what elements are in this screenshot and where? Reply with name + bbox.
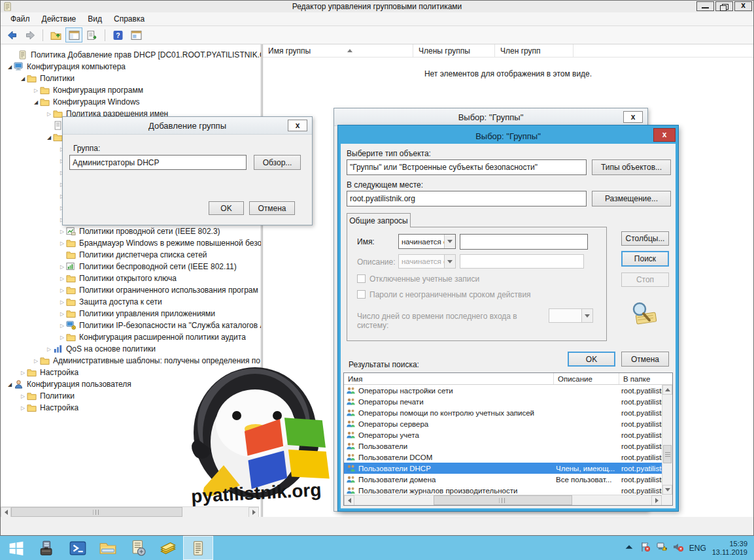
results-column-description[interactable]: Описание [554, 373, 619, 384]
result-row[interactable]: Операторы настройки сетиroot.pyatilistn [344, 385, 662, 396]
scroll-right-icon[interactable] [248, 507, 259, 517]
results-vertical-scrollbar[interactable] [662, 385, 672, 495]
ok-button[interactable]: OK [209, 201, 244, 215]
tree-item-конфигурация[interactable]: ◢Конфигурация Windows [1, 96, 261, 108]
name-value-input[interactable] [460, 234, 588, 250]
columns-button[interactable]: Столбцы... [621, 231, 669, 246]
menu-действие[interactable]: Действие [36, 13, 82, 25]
tree-item-брандмауэр[interactable]: ▷Брандмауэр Windows в режиме повышенной … [1, 237, 261, 249]
location-button[interactable]: Размещение... [592, 191, 671, 206]
server-manager-icon[interactable] [33, 536, 63, 560]
result-row[interactable]: Операторы сервераroot.pyatilistn [344, 418, 662, 429]
tree-horizontal-scrollbar[interactable] [1, 506, 259, 517]
menu-вид[interactable]: Вид [82, 13, 108, 25]
results-column-name[interactable]: Имя [344, 373, 554, 384]
tree-item-политики[interactable]: ▷Политики открытого ключа [1, 272, 261, 284]
column-header-member-of[interactable]: Член групп [495, 44, 574, 57]
group-policy-management-icon[interactable] [123, 536, 153, 560]
expander-collapsed-icon[interactable]: ▷ [58, 323, 66, 329]
up-one-level-icon[interactable] [47, 27, 64, 42]
start-button[interactable] [0, 536, 33, 560]
expander-expanded-icon[interactable]: ◢ [45, 135, 53, 140]
tree-item-политики[interactable]: ▷Политики ограниченного использования пр… [1, 284, 261, 296]
scroll-left-icon[interactable] [1, 507, 11, 517]
scrollbar-thumb[interactable] [434, 495, 572, 505]
cancel-button[interactable]: Отмена [621, 352, 669, 367]
menu-файл[interactable]: Файл [5, 13, 36, 25]
tree-item-политики[interactable]: ▷Политики [1, 390, 261, 402]
expander-collapsed-icon[interactable]: ▷ [58, 276, 66, 282]
expander-collapsed-icon[interactable]: ▷ [32, 88, 40, 93]
help-icon[interactable]: ? [109, 27, 126, 42]
results-column-folder[interactable]: В папке [619, 373, 672, 384]
menu-справка[interactable]: Справка [108, 13, 150, 25]
back-icon[interactable] [3, 27, 20, 42]
tree-item-политики[interactable]: ▷Политики управления приложениями [1, 308, 261, 320]
expander-collapsed-icon[interactable]: ▷ [58, 240, 66, 246]
stop-button[interactable]: Стоп [621, 272, 669, 287]
result-row[interactable]: Пользователи DCOMroot.pyatilistn [344, 452, 662, 463]
file-explorer-icon[interactable] [93, 536, 123, 560]
tree-item-политики[interactable]: ▷Политики IP-безопасности на "Служба кат… [1, 320, 261, 331]
scrollbar-thumb[interactable] [11, 507, 182, 517]
expander-collapsed-icon[interactable]: ▷ [58, 264, 66, 270]
powershell-icon[interactable] [63, 536, 93, 560]
expander-collapsed-icon[interactable]: ▷ [58, 288, 66, 293]
group-name-input[interactable]: Администраторы DHCP [69, 155, 247, 170]
tree-item-конфигурация[interactable]: ◢Конфигурация компьютера [1, 61, 261, 73]
object-types-button[interactable]: Типы объектов... [592, 159, 671, 175]
forward-icon[interactable] [22, 27, 39, 42]
export-list-icon[interactable] [84, 27, 101, 42]
tree-item-qos[interactable]: ▷QoS на основе политики [1, 343, 261, 355]
scrollbar-thumb[interactable] [663, 445, 672, 463]
properties-icon[interactable] [128, 27, 145, 42]
expander-expanded-icon[interactable]: ◢ [6, 382, 14, 387]
tab-common-queries[interactable]: Общие запросы [347, 213, 411, 227]
close-button[interactable] [734, 1, 752, 11]
tree-item-конфигурация[interactable]: ▷Конфигурация расширенной политики аудит… [1, 331, 261, 343]
close-icon[interactable]: x [623, 111, 643, 123]
tree-item-политики[interactable]: ◢Политики [1, 73, 261, 84]
show-console-tree-icon[interactable] [65, 27, 82, 42]
expander-expanded-icon[interactable]: ◢ [32, 99, 40, 105]
gp-editor-icon[interactable] [183, 536, 213, 560]
close-icon[interactable]: x [288, 120, 307, 131]
network-status-icon[interactable] [657, 542, 667, 554]
cancel-button[interactable]: Отмена [249, 201, 295, 215]
expander-collapsed-icon[interactable]: ▷ [58, 299, 66, 305]
expander-expanded-icon[interactable]: ◢ [19, 76, 27, 82]
tree-item-политики[interactable]: Политики диспетчера списка сетей [1, 249, 261, 261]
result-row[interactable]: Операторы помощи по контролю учетных зап… [344, 407, 662, 418]
expander-expanded-icon[interactable]: ◢ [6, 64, 14, 70]
expander-collapsed-icon[interactable]: ▷ [45, 346, 53, 352]
tree-item-настройка[interactable]: ▷Настройка [1, 402, 261, 414]
expander-collapsed-icon[interactable]: ▷ [19, 370, 27, 376]
volume-muted-icon[interactable] [673, 542, 683, 554]
tree-item-административные[interactable]: ▷Административные шаблоны: получены опре… [1, 355, 261, 367]
result-row[interactable]: Пользователи DHCPЧлены, имеющ...root.pya… [344, 463, 662, 474]
browse-button[interactable]: Обзор... [254, 155, 301, 170]
result-row[interactable]: Пользователи доменаВсе пользоват...root.… [344, 474, 662, 485]
action-center-flag-icon[interactable] [640, 542, 651, 554]
expander-collapsed-icon[interactable]: ▷ [58, 229, 66, 235]
result-row[interactable]: Пользователи журналов производительности… [344, 485, 662, 495]
tree-item-политики[interactable]: ▷Политики беспроводной сети (IEEE 802.11… [1, 261, 261, 272]
scroll-left-icon[interactable] [344, 495, 354, 506]
expander-collapsed-icon[interactable]: ▷ [19, 393, 27, 399]
expander-collapsed-icon[interactable]: ▷ [32, 358, 40, 364]
tree-item-настройка[interactable]: ▷Настройка [1, 367, 261, 378]
gpmc-library-icon[interactable] [153, 536, 183, 560]
tree-item-конфигурация[interactable]: ◢Конфигурация пользователя [1, 378, 261, 390]
minimize-button[interactable] [696, 1, 714, 11]
close-icon[interactable]: x [653, 128, 676, 142]
expander-collapsed-icon[interactable]: ▷ [58, 311, 66, 317]
tray-expand-icon[interactable] [624, 542, 634, 554]
tree-item-политика[interactable]: Политика Добавление прав DHCP [DC01.ROOT… [1, 49, 261, 61]
result-row[interactable]: Пользователиroot.pyatilistn [344, 440, 662, 452]
tree-item-политики[interactable]: ▷Политики проводной сети (IEEE 802.3) [1, 225, 261, 237]
tree-item-конфигурация[interactable]: ▷Конфигурация программ [1, 84, 261, 96]
name-operator-dropdown[interactable]: начинается с [398, 234, 456, 249]
tree-item-защита[interactable]: ▷Защита доступа к сети [1, 296, 261, 308]
keyboard-language[interactable]: ENG [689, 544, 706, 553]
column-header-group-members[interactable]: Члены группы [413, 44, 495, 57]
